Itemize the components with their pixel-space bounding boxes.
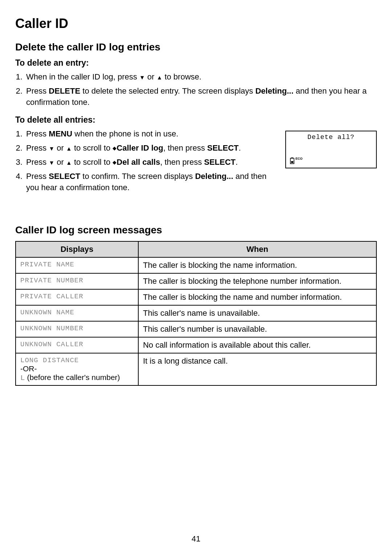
table-row: LONG DISTANCE -OR- L (before the caller'… bbox=[16, 353, 376, 385]
table-row: PRIVATE NAME The caller is blocking the … bbox=[16, 257, 376, 273]
up-arrow-icon bbox=[66, 143, 72, 152]
delete-key-label: DELETE bbox=[49, 86, 80, 95]
delete-all-steps: Press MENU when the phone is not in use.… bbox=[25, 128, 275, 196]
table-row: UNKNOWN CALLER No call information is av… bbox=[16, 337, 376, 353]
deleting-label: Deleting... bbox=[195, 172, 233, 181]
or-label: -OR- bbox=[20, 364, 134, 373]
table-row: UNKNOWN NUMBER This caller's number is u… bbox=[16, 321, 376, 337]
table-row: PRIVATE CALLER The caller is blocking th… bbox=[16, 289, 376, 305]
section-heading-screen-messages: Caller ID log screen messages bbox=[15, 224, 377, 236]
l-prefix: L bbox=[20, 374, 25, 382]
cell-display: UNKNOWN NAME bbox=[16, 305, 138, 321]
diamond-icon bbox=[113, 143, 117, 152]
page-title: Caller ID bbox=[15, 16, 377, 31]
table-row: UNKNOWN NAME This caller's name is unava… bbox=[16, 305, 376, 321]
eco-label: ECO bbox=[295, 157, 303, 160]
text: Press bbox=[26, 158, 49, 167]
cell-display: PRIVATE NAME bbox=[16, 257, 138, 273]
text: or bbox=[54, 143, 66, 152]
th-displays: Displays bbox=[16, 241, 138, 257]
cell-when: It is a long distance call. bbox=[138, 353, 376, 385]
caller-id-log-label: Caller ID log bbox=[117, 143, 163, 152]
section-heading-delete-entries: Delete the caller ID log entries bbox=[15, 41, 377, 53]
cell-when: The caller is blocking the name informat… bbox=[138, 257, 376, 273]
svg-rect-2 bbox=[291, 161, 293, 163]
text: when the phone is not in use. bbox=[72, 129, 178, 138]
cell-display: UNKNOWN NUMBER bbox=[16, 321, 138, 337]
delete-entry-steps: When in the caller ID log, press or to b… bbox=[25, 71, 377, 108]
text: Press bbox=[26, 86, 49, 95]
step-2b: Press or to scroll to Caller ID log, the… bbox=[25, 143, 275, 154]
text: . bbox=[239, 143, 241, 152]
step-1a: When in the caller ID log, press or to b… bbox=[25, 71, 377, 83]
text: or bbox=[54, 158, 66, 167]
up-arrow-icon bbox=[156, 72, 162, 81]
step-3b: Press or to scroll to Del all calls, the… bbox=[25, 157, 275, 168]
text: . bbox=[236, 158, 238, 167]
phone-screen-mockup: Delete all? ECO bbox=[285, 131, 377, 168]
th-when: When bbox=[138, 241, 376, 257]
screen-messages-table: Displays When PRIVATE NAME The caller is… bbox=[15, 241, 377, 386]
cell-display: PRIVATE NUMBER bbox=[16, 273, 138, 289]
step-2a: Press DELETE to delete the selected entr… bbox=[25, 86, 377, 108]
diamond-icon bbox=[113, 158, 117, 167]
step-1b: Press MENU when the phone is not in use. bbox=[25, 128, 275, 140]
cell-when: The caller is blocking the name and numb… bbox=[138, 289, 376, 305]
long-distance-label: LONG DISTANCE bbox=[20, 356, 134, 364]
cell-when: This caller's number is unavailable. bbox=[138, 321, 376, 337]
cell-display: PRIVATE CALLER bbox=[16, 289, 138, 305]
text: Press bbox=[26, 129, 49, 138]
text: to delete the selected entry. The screen… bbox=[80, 86, 255, 95]
select-key-label: SELECT bbox=[49, 172, 80, 181]
text: to scroll to bbox=[72, 143, 113, 152]
text: or bbox=[145, 72, 157, 81]
down-arrow-icon bbox=[49, 158, 54, 167]
text: , then press bbox=[163, 143, 207, 152]
text: Press bbox=[26, 172, 49, 181]
cell-display-long-distance: LONG DISTANCE -OR- L (before the caller'… bbox=[16, 353, 138, 385]
menu-key-label: MENU bbox=[49, 129, 72, 138]
text: to confirm. The screen displays bbox=[80, 172, 195, 181]
cell-when: No call information is available about t… bbox=[138, 337, 376, 353]
cell-when: The caller is blocking the telephone num… bbox=[138, 273, 376, 289]
del-all-calls-label: Del all calls bbox=[117, 158, 160, 167]
l-note-text: (before the caller's number) bbox=[25, 373, 120, 381]
battery-icon bbox=[290, 158, 295, 164]
step-4b: Press SELECT to confirm. The screen disp… bbox=[25, 171, 275, 193]
text: to scroll to bbox=[72, 158, 113, 167]
page-number: 41 bbox=[0, 534, 392, 544]
table-header-row: Displays When bbox=[16, 241, 376, 257]
select-key-label: SELECT bbox=[207, 143, 239, 152]
text: to browse. bbox=[162, 72, 201, 81]
select-key-label: SELECT bbox=[204, 158, 236, 167]
cell-display: UNKNOWN CALLER bbox=[16, 337, 138, 353]
down-arrow-icon bbox=[49, 143, 54, 152]
text: , then press bbox=[160, 158, 204, 167]
up-arrow-icon bbox=[66, 158, 72, 167]
deleting-label: Deleting... bbox=[255, 86, 293, 95]
down-arrow-icon bbox=[139, 72, 145, 81]
l-note: L (before the caller's number) bbox=[20, 373, 134, 382]
sub-heading-delete-entry: To delete an entry: bbox=[15, 58, 377, 68]
text: Press bbox=[26, 143, 49, 152]
cell-when: This caller's name is unavailable. bbox=[138, 305, 376, 321]
table-row: PRIVATE NUMBER The caller is blocking th… bbox=[16, 273, 376, 289]
screen-text: Delete all? bbox=[290, 134, 372, 141]
sub-heading-delete-all: To delete all entries: bbox=[15, 115, 377, 125]
text: When in the caller ID log, press bbox=[26, 72, 139, 81]
